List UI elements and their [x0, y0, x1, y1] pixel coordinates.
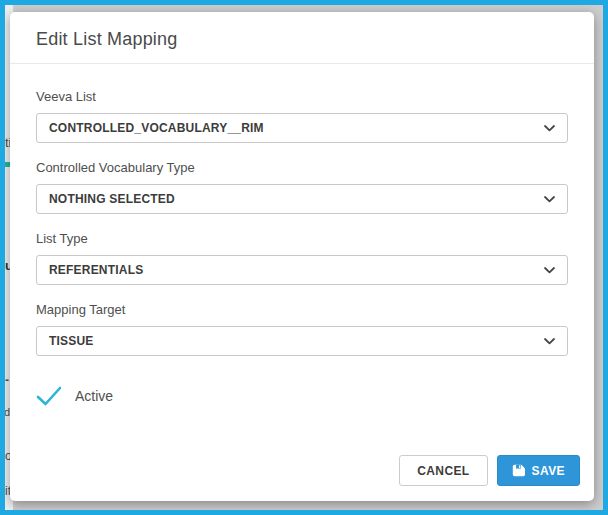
list-type-select[interactable]: REFERENTIALS: [36, 255, 568, 285]
screenshot-frame: ti u - de o it Edit List Mapping Veeva L…: [0, 0, 608, 515]
controlled-vocabulary-type-label: Controlled Vocabulary Type: [36, 159, 568, 177]
chevron-down-icon: [544, 196, 555, 203]
cancel-button[interactable]: CANCEL: [399, 455, 487, 486]
chevron-down-icon: [544, 267, 555, 274]
chevron-down-icon: [544, 125, 555, 132]
save-button[interactable]: SAVE: [497, 455, 580, 486]
list-type-field: List Type REFERENTIALS: [36, 230, 568, 285]
veeva-list-field: Veeva List CONTROLLED_VOCABULARY__RIM: [36, 88, 568, 143]
dialog-title: Edit List Mapping: [36, 29, 568, 50]
check-icon[interactable]: [36, 386, 62, 406]
background-text-fragment: -: [5, 373, 9, 387]
selected-value: REFERENTIALS: [49, 263, 143, 277]
active-checkbox[interactable]: Active: [36, 386, 568, 406]
selected-value: NOTHING SELECTED: [49, 192, 175, 206]
mapping-target-select[interactable]: TISSUE: [36, 326, 568, 356]
controlled-vocabulary-type-field: Controlled Vocabulary Type NOTHING SELEC…: [36, 159, 568, 214]
active-label: Active: [75, 388, 113, 404]
save-button-label: SAVE: [532, 464, 565, 478]
selected-value: CONTROLLED_VOCABULARY__RIM: [49, 121, 264, 135]
veeva-list-label: Veeva List: [36, 88, 568, 106]
list-type-label: List Type: [36, 230, 568, 248]
floppy-disk-icon: [512, 464, 525, 477]
controlled-vocabulary-type-select[interactable]: NOTHING SELECTED: [36, 184, 568, 214]
edit-list-mapping-dialog: Edit List Mapping Veeva List CONTROLLED_…: [10, 12, 594, 501]
mapping-target-label: Mapping Target: [36, 301, 568, 319]
dialog-footer: CANCEL SAVE: [399, 455, 580, 486]
veeva-list-select[interactable]: CONTROLLED_VOCABULARY__RIM: [36, 113, 568, 143]
selected-value: TISSUE: [49, 334, 94, 348]
dialog-header: Edit List Mapping: [10, 12, 594, 64]
mapping-target-field: Mapping Target TISSUE: [36, 301, 568, 356]
dialog-body: Veeva List CONTROLLED_VOCABULARY__RIM Co…: [10, 64, 594, 406]
chevron-down-icon: [544, 338, 555, 345]
